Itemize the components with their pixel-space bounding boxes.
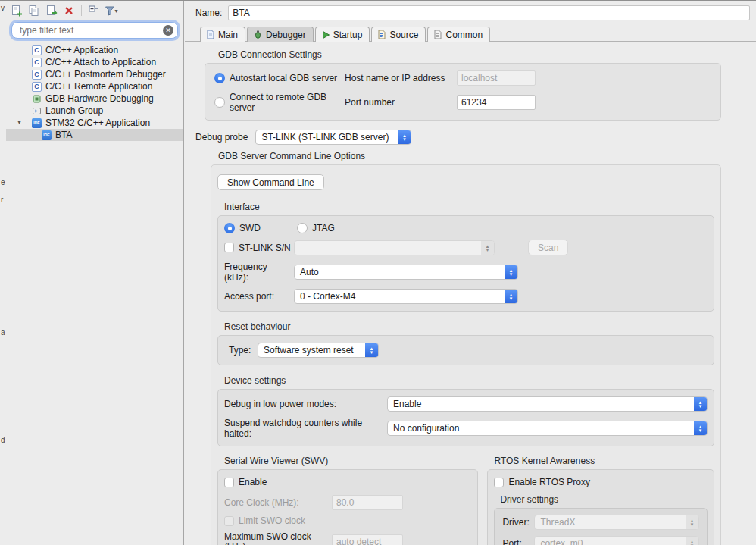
connect-remote-gdb-radio[interactable]: [214, 97, 225, 108]
watchdog-label: Suspend watchdog counters while halted:: [224, 418, 387, 439]
delete-configuration-button[interactable]: [61, 4, 77, 17]
c-application-icon: C: [32, 70, 42, 80]
low-power-select[interactable]: Enable: [387, 396, 708, 412]
clipped-text: r: [1, 196, 3, 204]
rtos-proxy-checkbox[interactable]: [494, 478, 504, 487]
rtos-port-select[interactable]: cortex_m0: [534, 536, 699, 545]
stlink-sn-combo[interactable]: [294, 240, 495, 255]
filter-configurations-button[interactable]: ▾: [104, 4, 119, 17]
duplicate-configuration-button[interactable]: [27, 4, 42, 17]
tree-item-bta[interactable]: IDE BTA: [6, 129, 183, 141]
core-clock-input[interactable]: [332, 495, 403, 510]
debug-probe-row: Debug probe ST-LINK (ST-LINK GDB server): [195, 130, 721, 145]
swv-enable-checkbox[interactable]: [224, 478, 234, 487]
scan-button[interactable]: Scan: [528, 240, 568, 255]
clipped-left-edge: v e r a d: [0, 1, 5, 545]
rtos-column: RTOS Kernel Awareness Enable RTOS Proxy …: [487, 456, 714, 545]
tab-bar: Main Debugger Startup Source Common: [185, 24, 756, 42]
filter-menu-caret-icon: ▾: [114, 8, 117, 14]
clipped-text: d: [1, 436, 5, 444]
limit-swo-label: Limit SWO clock: [239, 515, 305, 526]
debugger-tab-content: GDB Connection Settings Autostart local …: [185, 42, 756, 545]
tree-item-label: GDB Hardware Debugging: [45, 93, 154, 104]
reset-type-select[interactable]: Software system reset: [258, 343, 379, 358]
tree-item-cpp-postmortem[interactable]: C C/C++ Postmortem Debugger: [6, 68, 183, 80]
c-application-icon: C: [32, 82, 42, 92]
rtos-proxy-label: Enable RTOS Proxy: [508, 477, 590, 487]
collapse-all-icon: [88, 5, 100, 17]
low-power-value: Enable: [388, 397, 694, 411]
startup-tab-icon: [321, 30, 330, 39]
export-configuration-button[interactable]: [44, 4, 59, 17]
limit-swo-checkbox[interactable]: [224, 516, 234, 526]
tree-item-label: C/C++ Application: [45, 45, 118, 55]
driver-label: Driver:: [502, 517, 534, 528]
stlink-sn-label: ST-LINK S/N: [239, 243, 291, 253]
dropdown-arrows-icon: [398, 130, 411, 144]
port-number-input[interactable]: [457, 95, 536, 110]
jtag-radio[interactable]: [297, 223, 308, 233]
access-port-value: 0 - Cortex-M4: [295, 290, 505, 303]
tree-item-cpp-remote[interactable]: C C/C++ Remote Application: [6, 80, 183, 92]
tree-item-gdb-hardware[interactable]: GDB Hardware Debugging: [6, 92, 183, 105]
server-options-group: Show Command Line Interface SWD JTAG: [211, 164, 721, 545]
main-tab-icon: [206, 30, 215, 39]
interface-title: Interface: [224, 202, 714, 212]
rtos-driver-select[interactable]: ThreadX: [534, 515, 699, 530]
tree-item-cpp-application[interactable]: C C/C++ Application: [6, 44, 183, 56]
tree-item-launch-group[interactable]: Launch Group: [6, 105, 183, 117]
debug-probe-value: ST-LINK (ST-LINK GDB server): [256, 130, 398, 144]
host-label: Host name or IP address: [345, 73, 457, 83]
gdb-connection-title: GDB Connection Settings: [218, 49, 721, 60]
swd-radio[interactable]: [224, 223, 235, 233]
jtag-label: JTAG: [312, 223, 335, 233]
tab-label: Main: [218, 30, 238, 40]
swv-rtos-row: Serial Wire Viewer (SWV) Enable Core Clo…: [217, 456, 714, 545]
tree-item-label: C/C++ Remote Application: [45, 81, 152, 92]
frequency-label: Frequency (kHz):: [224, 262, 294, 283]
show-command-line-button[interactable]: Show Command Line: [217, 174, 324, 190]
collapse-all-button[interactable]: [86, 4, 102, 17]
rtos-port-label: Port:: [502, 538, 534, 545]
max-swo-input[interactable]: [332, 534, 403, 545]
filter-icon: [105, 5, 115, 16]
watchdog-value: No configuration: [388, 421, 694, 435]
gdb-connection-group: Autostart local GDB server Host name or …: [205, 63, 721, 121]
driver-settings-group: Driver: ThreadX Port: cortex_m: [494, 508, 708, 545]
expander-icon[interactable]: ▾: [17, 117, 21, 126]
common-tab-icon: [433, 30, 442, 39]
tab-debugger[interactable]: Debugger: [247, 27, 314, 42]
tree-item-stm32-application[interactable]: ▾ IDE STM32 C/C++ Application: [6, 117, 183, 129]
tab-source[interactable]: Source: [371, 27, 426, 42]
name-row: Name:: [185, 1, 756, 24]
swv-title: Serial Wire Viewer (SWV): [224, 456, 478, 466]
stlink-sn-checkbox[interactable]: [224, 243, 234, 252]
tree-item-cpp-attach[interactable]: C C/C++ Attach to Application: [6, 56, 183, 68]
low-power-label: Debug in low power modes:: [224, 399, 387, 409]
swd-label: SWD: [239, 223, 261, 233]
duplicate-configuration-icon: [28, 5, 40, 17]
stlink-sn-value: [295, 241, 481, 255]
new-configuration-button[interactable]: [9, 4, 24, 17]
name-input[interactable]: [228, 5, 750, 20]
source-tab-icon: [377, 30, 386, 39]
stm32-ide-icon: IDE: [32, 118, 42, 128]
access-port-select[interactable]: 0 - Cortex-M4: [294, 289, 518, 304]
clear-filter-icon[interactable]: ✕: [163, 25, 173, 36]
filter-input[interactable]: [18, 24, 163, 36]
interface-group: SWD JTAG ST-LINK S/N: [217, 215, 714, 312]
dropdown-arrows-icon: [686, 515, 698, 529]
dropdown-arrows-icon: [505, 290, 517, 303]
debug-probe-select[interactable]: ST-LINK (ST-LINK GDB server): [255, 130, 411, 145]
tab-startup[interactable]: Startup: [315, 27, 370, 42]
frequency-select[interactable]: Auto: [294, 265, 518, 280]
rtos-group: Enable RTOS Proxy Driver settings Driver…: [487, 469, 714, 545]
tab-common[interactable]: Common: [427, 27, 490, 42]
host-input[interactable]: [457, 70, 536, 86]
debug-configurations-window: v e r a d ▾: [0, 0, 756, 545]
watchdog-select[interactable]: No configuration: [387, 421, 708, 436]
core-clock-label: Core Clock (MHz):: [224, 497, 332, 508]
tab-main[interactable]: Main: [200, 27, 245, 42]
autostart-gdb-radio[interactable]: [214, 73, 225, 83]
device-settings-group: Debug in low power modes: Enable Suspend…: [217, 389, 714, 446]
